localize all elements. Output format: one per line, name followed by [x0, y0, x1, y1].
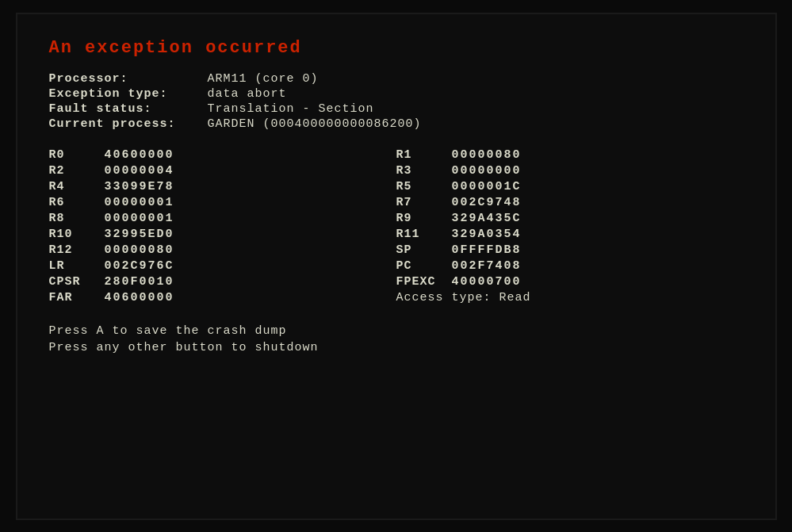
- reg-name: R9: [396, 212, 452, 225]
- register-row: R1032995ED0: [49, 228, 396, 241]
- current-process-value: GARDEN (000400000000086200): [208, 117, 422, 131]
- reg-value: 002C976C: [105, 259, 174, 273]
- info-table: Processor: ARM11 (core 0) Exception type…: [49, 72, 744, 131]
- reg-name: LR: [49, 259, 105, 273]
- reg-name: CPSR: [49, 275, 105, 289]
- reg-name: FPEXC: [396, 275, 452, 289]
- exception-title: An exception occurred: [49, 38, 744, 58]
- current-process-label: Current process:: [49, 117, 208, 131]
- reg-value: 00000004: [105, 164, 174, 178]
- current-process-row: Current process: GARDEN (000400000000086…: [49, 117, 744, 131]
- fault-status-row: Fault status: Translation - Section: [49, 102, 744, 116]
- reg-value: 002F7408: [452, 259, 522, 273]
- reg-name: R5: [396, 180, 452, 193]
- fault-status-label: Fault status:: [49, 102, 208, 116]
- reg-value: 00000000: [452, 164, 522, 178]
- crash-screen: An exception occurred Processor: ARM11 (…: [16, 13, 777, 520]
- reg-name: R0: [49, 148, 105, 162]
- access-type: Access type: Read: [396, 291, 531, 304]
- reg-value: 0000001C: [452, 180, 522, 193]
- exception-type-label: Exception type:: [49, 87, 208, 101]
- register-row: R50000001C: [396, 180, 744, 193]
- reg-name: R12: [49, 243, 105, 257]
- reg-value: 00000080: [105, 243, 174, 257]
- register-row: LR002C976C: [49, 259, 396, 273]
- reg-value: 00000001: [105, 196, 174, 209]
- register-row: R7002C9748: [396, 196, 744, 209]
- register-row: PC002F7408: [396, 259, 744, 273]
- register-row: FAR40600000: [49, 291, 396, 304]
- instructions-section: Press A to save the crash dump Press any…: [49, 324, 744, 354]
- register-row: R1200000080: [49, 243, 396, 257]
- registers-right-col: R100000080R300000000R50000001CR7002C9748…: [396, 148, 744, 307]
- reg-value: 00000001: [105, 212, 174, 225]
- reg-name: R6: [49, 196, 105, 209]
- reg-value: 32995ED0: [105, 228, 174, 241]
- reg-name: R4: [49, 180, 105, 193]
- reg-name: PC: [396, 259, 452, 273]
- reg-value: 329A0354: [452, 228, 522, 241]
- instruction-line-2: Press any other button to shutdown: [49, 341, 744, 354]
- reg-name: SP: [396, 243, 452, 257]
- reg-name: R3: [396, 164, 452, 178]
- reg-name: R7: [396, 196, 452, 209]
- register-row: R433099E78: [49, 180, 396, 193]
- reg-name: R11: [396, 228, 452, 241]
- reg-value: 002C9748: [452, 196, 522, 209]
- reg-value: 00000080: [452, 148, 522, 162]
- register-row: Access type: Read: [396, 291, 744, 304]
- reg-name: R8: [49, 212, 105, 225]
- register-row: R100000080: [396, 148, 744, 162]
- processor-row: Processor: ARM11 (core 0): [49, 72, 744, 86]
- register-row: SP0FFFFDB8: [396, 243, 744, 257]
- reg-value: 280F0010: [105, 275, 174, 289]
- register-row: CPSR280F0010: [49, 275, 396, 289]
- register-row: R200000004: [49, 164, 396, 178]
- reg-name: R2: [49, 164, 105, 178]
- processor-value: ARM11 (core 0): [208, 72, 319, 86]
- register-row: R11329A0354: [396, 228, 744, 241]
- register-row: R800000001: [49, 212, 396, 225]
- register-row: FPEXC40000700: [396, 275, 744, 289]
- exception-type-row: Exception type: data abort: [49, 87, 744, 101]
- processor-label: Processor:: [49, 72, 208, 86]
- exception-type-value: data abort: [208, 87, 287, 101]
- reg-value: 40600000: [105, 291, 174, 304]
- register-row: R9329A435C: [396, 212, 744, 225]
- reg-value: 40000700: [452, 275, 522, 289]
- register-row: R300000000: [396, 164, 744, 178]
- register-row: R040600000: [49, 148, 396, 162]
- reg-name: R1: [396, 148, 452, 162]
- reg-name: FAR: [49, 291, 105, 304]
- instruction-line-1: Press A to save the crash dump: [49, 324, 744, 338]
- reg-name: R10: [49, 228, 105, 241]
- reg-value: 329A435C: [452, 212, 522, 225]
- fault-status-value: Translation - Section: [208, 102, 374, 116]
- registers-left-col: R040600000R200000004R433099E78R600000001…: [49, 148, 396, 307]
- register-row: R600000001: [49, 196, 396, 209]
- reg-value: 33099E78: [105, 180, 174, 193]
- reg-value: 40600000: [105, 148, 174, 162]
- registers-section: R040600000R200000004R433099E78R600000001…: [49, 148, 744, 307]
- reg-value: 0FFFFDB8: [452, 243, 522, 257]
